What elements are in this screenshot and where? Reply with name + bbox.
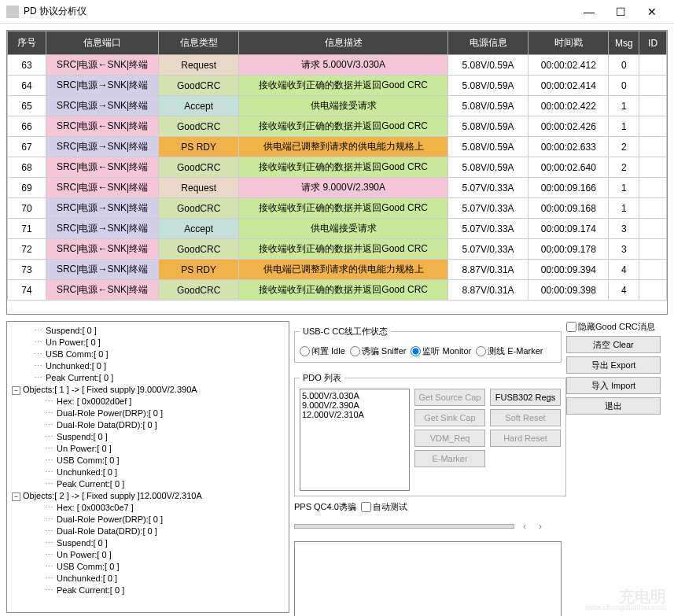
tree-node[interactable]: USB Comm:[ 0 ] <box>10 561 285 573</box>
side-button[interactable]: 导入 Import <box>566 377 661 394</box>
col-header[interactable]: 序号 <box>8 31 46 55</box>
autotest-checkbox[interactable]: 自动测试 <box>361 501 407 513</box>
table-row[interactable]: 70SRC|电源→SNK|终端GoodCRC接收端收到正确的数据并返回Good … <box>8 198 667 219</box>
tree-node[interactable]: USB Comm:[ 0 ] <box>10 349 285 360</box>
log-output[interactable] <box>294 541 562 616</box>
table-row[interactable]: 72SRC|电源←SNK|终端GoodCRC接收端收到正确的数据并返回Good … <box>8 239 667 260</box>
tree-node[interactable]: Un Power:[ 0 ] <box>10 443 285 455</box>
titlebar: PD 协议分析仪 — ☐ ✕ <box>0 0 674 24</box>
mode-radio[interactable]: 诱骗 Sniffer <box>350 345 407 357</box>
expand-icon[interactable]: − <box>12 492 20 501</box>
table-row[interactable]: 65SRC|电源→SNK|终端Accept供电端接受请求5.08V/0.59A0… <box>8 96 667 116</box>
app-icon <box>6 6 19 18</box>
minimize-button[interactable]: — <box>573 0 605 24</box>
close-button[interactable]: ✕ <box>636 0 668 24</box>
side-button[interactable]: 清空 Clear <box>566 336 661 353</box>
tree-node[interactable]: Dual-Role Power(DRP):[ 0 ] <box>10 408 285 419</box>
pps-row: PPS QC4.0诱骗 自动测试 <box>294 501 562 513</box>
col-header[interactable]: 电源信息 <box>448 31 529 55</box>
slider-left-icon[interactable]: ‹ <box>519 521 530 532</box>
tree-node[interactable]: USB Comm:[ 0 ] <box>10 455 285 467</box>
action-button[interactable]: Get Source Cap <box>414 389 485 406</box>
tree-node[interactable]: Unchunked:[ 0 ] <box>10 467 285 478</box>
tree-node[interactable]: Suspend:[ 0 ] <box>10 325 285 337</box>
col-header[interactable]: 时间戳 <box>529 31 609 55</box>
tree-node[interactable]: Unchunked:[ 0 ] <box>10 360 285 372</box>
cc-legend: USB-C CC线工作状态 <box>300 326 391 338</box>
pdo-item[interactable]: 12.000V/2.310A <box>302 410 407 419</box>
tree-node[interactable]: Dual-Role Data(DRD):[ 0 ] <box>10 419 285 431</box>
table-row[interactable]: 67SRC|电源→SNK|终端PS RDY供电端已调整到请求的供电能力规格上5.… <box>8 137 667 157</box>
action-button[interactable]: VDM_Req <box>414 430 485 447</box>
col-header[interactable]: ID <box>639 31 667 55</box>
mode-radio[interactable]: 监听 Monitor <box>411 345 471 357</box>
mode-radio[interactable]: 闲置 Idle <box>300 345 345 357</box>
slider-track[interactable] <box>294 524 514 529</box>
tree-node[interactable]: Dual-Role Data(DRD):[ 0 ] <box>10 526 285 537</box>
tree-node[interactable]: Un Power:[ 0 ] <box>10 549 285 561</box>
action-button[interactable]: FUSB302 Regs <box>490 389 561 406</box>
table-row[interactable]: 71SRC|电源→SNK|终端Accept供电端接受请求5.07V/0.33A0… <box>8 219 667 239</box>
col-header[interactable]: Msg <box>609 31 639 55</box>
action-button[interactable]: Get Sink Cap <box>414 409 485 426</box>
tree-panel[interactable]: Suspend:[ 0 ]Un Power:[ 0 ]USB Comm:[ 0 … <box>6 321 289 613</box>
pdo-group: PDO 列表 5.000V/3.030A9.000V/2.390A12.000V… <box>294 372 566 496</box>
table-row[interactable]: 69SRC|电源←SNK|终端Request请求 9.000V/2.390A5.… <box>8 178 667 198</box>
slider-right-icon[interactable]: › <box>535 521 546 532</box>
table-row[interactable]: 66SRC|电源←SNK|终端GoodCRC接收端收到正确的数据并返回Good … <box>8 116 667 137</box>
tree-node[interactable]: Suspend:[ 0 ] <box>10 537 285 549</box>
message-table[interactable]: 序号信息端口信息类型信息描述电源信息时间戳MsgID 63SRC|电源←SNK|… <box>6 30 668 315</box>
hide-goodcrc-checkbox[interactable]: 隐藏Good CRC消息 <box>566 321 661 333</box>
col-header[interactable]: 信息类型 <box>159 31 239 55</box>
pps-label: PPS QC4.0诱骗 <box>294 501 356 513</box>
table-row[interactable]: 63SRC|电源←SNK|终端Request请求 5.000V/3.030A5.… <box>8 55 667 76</box>
expand-icon[interactable]: − <box>12 386 20 395</box>
tree-node[interactable]: −Objects:[ 1 ] -> [ Fixed supply ]9.000V… <box>10 384 285 396</box>
tree-node[interactable]: Suspend:[ 0 ] <box>10 431 285 443</box>
table-row[interactable]: 64SRC|电源→SNK|终端GoodCRC接收端收到正确的数据并返回Good … <box>8 76 667 96</box>
action-button[interactable]: Soft Reset <box>490 409 561 426</box>
action-button[interactable]: Hard Reset <box>490 430 561 447</box>
tree-node[interactable]: Hex: [ 0x0002d0ef ] <box>10 396 285 408</box>
mode-radio[interactable]: 测线 E-Marker <box>476 345 543 357</box>
tree-node[interactable]: Unchunked:[ 0 ] <box>10 573 285 585</box>
maximize-button[interactable]: ☐ <box>605 0 636 24</box>
tree-node[interactable]: Peak Current:[ 0 ] <box>10 478 285 490</box>
tree-node[interactable]: Hex: [ 0x0003c0e7 ] <box>10 502 285 514</box>
side-button[interactable]: 退出 <box>566 397 661 415</box>
pps-slider[interactable]: ‹ › <box>294 521 546 532</box>
action-button[interactable]: E-Marker <box>414 450 485 467</box>
table-row[interactable]: 74SRC|电源←SNK|终端GoodCRC接收端收到正确的数据并返回Good … <box>8 280 667 301</box>
col-header[interactable]: 信息端口 <box>46 31 159 55</box>
cc-status-group: USB-C CC线工作状态 闲置 Idle诱骗 Sniffer监听 Monito… <box>294 326 562 363</box>
side-button[interactable]: 导出 Export <box>566 356 661 374</box>
tree-node[interactable]: Peak Current:[ 0 ] <box>10 372 285 384</box>
pdo-legend: PDO 列表 <box>300 372 344 384</box>
window-title: PD 协议分析仪 <box>24 5 573 18</box>
tree-node[interactable]: Un Power:[ 0 ] <box>10 337 285 349</box>
pdo-item[interactable]: 5.000V/3.030A <box>302 391 407 400</box>
pdo-item[interactable]: 9.000V/2.390A <box>302 400 407 410</box>
tree-node[interactable]: Dual-Role Power(DRP):[ 0 ] <box>10 514 285 526</box>
table-row[interactable]: 73SRC|电源→SNK|终端PS RDY供电端已调整到请求的供电能力规格上8.… <box>8 260 667 280</box>
tree-node[interactable]: Peak Current:[ 0 ] <box>10 585 285 596</box>
pdo-list[interactable]: 5.000V/3.030A9.000V/2.390A12.000V/2.310A <box>300 389 410 491</box>
col-header[interactable]: 信息描述 <box>239 31 448 55</box>
tree-node[interactable]: −Objects:[ 2 ] -> [ Fixed supply ]12.000… <box>10 490 285 502</box>
table-row[interactable]: 68SRC|电源←SNK|终端GoodCRC接收端收到正确的数据并返回Good … <box>8 157 667 178</box>
